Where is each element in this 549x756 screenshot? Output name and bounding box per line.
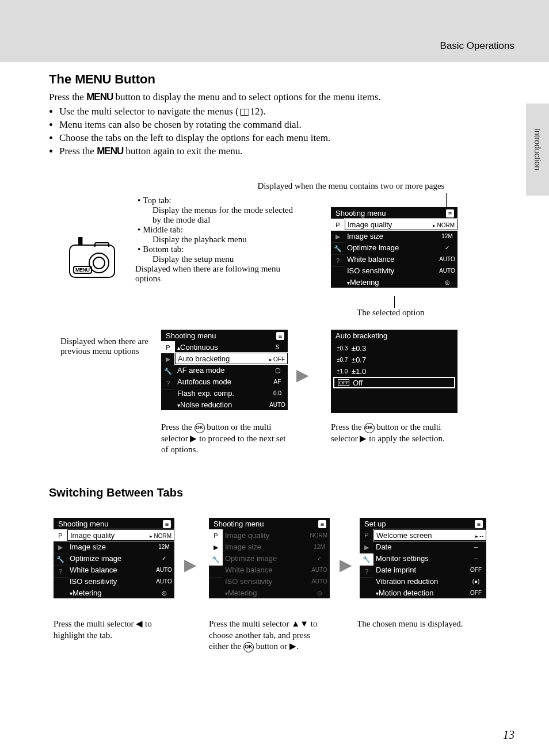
selected-annotation: The selected option [357, 308, 424, 318]
side-tab-label: Introduction [533, 128, 542, 170]
menu-row: Optimize image✓ [345, 242, 458, 253]
tab-icon-help: ? [161, 377, 175, 390]
tab-icon-setup: 🔧 [209, 553, 223, 566]
menu-row: Autofocus modeAF [175, 376, 288, 387]
menu-row: Date-- [373, 541, 486, 552]
menu-row: ▾Noise reductionAUTO [175, 399, 288, 410]
sw1-caption: Press the multi selector ◀ to highlight … [54, 618, 174, 641]
menu-row: Optimize image✓ [67, 552, 174, 564]
menu-row: ▾Metering◎ [223, 587, 330, 598]
page-header: Basic Operations [440, 40, 514, 52]
menu-row: ▾Motion detectionOFF [373, 587, 486, 598]
sw3-caption: The chosen menu is displayed. [357, 618, 478, 630]
scroll-indicator-icon: ≡ [276, 332, 284, 340]
menu-row: Auto bracketing▸OFF [175, 353, 288, 364]
scroll-indicator-icon: ≡ [318, 520, 326, 528]
menu-screen-1: Shooting menu≡ P ▶ 🔧 ? Image quality▸NOR… [331, 207, 458, 288]
ok-button-icon: OK [243, 642, 254, 652]
tab-icon-setup: 🔧 [360, 553, 373, 566]
scroll-indicator-icon: ≡ [446, 209, 454, 217]
previous-annotation: Displayed when there are previous menu o… [60, 337, 158, 356]
menu-row: White balanceAUTO [223, 564, 330, 575]
menu-row: Flash exp. comp.0.0 [175, 387, 288, 399]
tab-icon-p: P [331, 219, 345, 231]
menu-row: Image size12M [67, 541, 174, 552]
tab-descriptions: Top tab: Display the menus for the mode … [135, 196, 302, 284]
tab-icon-p: P [54, 529, 67, 541]
submenu-row: OFFOff [333, 377, 455, 388]
arrow-right-icon: ▶ [184, 555, 197, 574]
menu-row: Monitor settings-- [373, 552, 486, 564]
submenu-screen: Auto bracketing ±0.3±0.3 ±0.7±0.7 ±1.0±1… [331, 330, 458, 413]
menu-row: White balanceAUTO [345, 253, 458, 265]
manual-ref-icon [240, 109, 249, 116]
menu-row: Vibration reduction(●) [373, 575, 486, 587]
menu-row: ISO sensitivityAUTO [345, 265, 458, 276]
sw-screen-2: Shooting menu≡ P ▶ 🔧 Image qualityNORM I… [209, 518, 330, 598]
camera-illustration: ⬇ MENU [69, 245, 127, 278]
tab-icon-playback: ▶ [54, 541, 67, 553]
sw-screen-1: Shooting menu≡ P ▶ 🔧 ? Image quality▸NOR… [54, 518, 174, 598]
submenu-row: ±0.3±0.3 [333, 342, 455, 354]
tab-icon-p: P [161, 341, 175, 353]
arrow-right-icon: ▶ [340, 555, 352, 574]
menu-row: ▾Metering◎ [345, 276, 458, 288]
menu-row: Image qualityNORM [223, 529, 330, 541]
tab-icon-p: P [209, 529, 223, 541]
menu-row: White balanceAUTO [67, 564, 174, 575]
tab-icon-playback: ▶ [360, 541, 373, 553]
tab-icon-setup: 🔧 [331, 243, 345, 255]
menu-row: Image quality▸NORM [345, 219, 458, 230]
tab-icon-p: P [360, 529, 373, 541]
tab-icon-help: ? [331, 255, 345, 267]
screen2-caption: Press the OK button or the multi selecto… [161, 422, 288, 456]
sw2-caption: Press the multi selector ▲▼ to choose an… [209, 618, 330, 652]
side-tab: Introduction [526, 104, 549, 196]
menu-row: ▴ContinuousS [175, 341, 288, 353]
page-title: The MENU Button [49, 72, 514, 87]
page-number: 13 [503, 728, 514, 742]
menu-screen-2: Shooting menu≡ P ▶ 🔧 ? ▴ContinuousS Auto… [161, 330, 288, 410]
scroll-indicator-icon: ≡ [475, 520, 483, 528]
tab-icon-playback: ▶ [331, 231, 345, 243]
bullet-item: Press the MENU button again to exit the … [59, 145, 514, 158]
ok-button-icon: OK [195, 423, 205, 433]
bullet-item: Use the multi selector to navigate the m… [59, 105, 514, 119]
menu-row: ▾Metering◎ [67, 587, 174, 598]
tab-icon-help: ? [360, 566, 373, 578]
tab-icon-playback: ▶ [209, 541, 223, 553]
menu-row: ISO sensitivityAUTO [67, 575, 174, 587]
bullet-list: Use the multi selector to navigate the m… [49, 105, 514, 158]
sw-screen-3: Set up≡ P ▶ 🔧 ? Welcome screen▸-- Date--… [360, 518, 486, 598]
arrow-right-icon: ▶ [296, 365, 309, 384]
pages-annotation: Displayed when the menu contains two or … [204, 181, 498, 191]
intro-text: Press the MENU button to display the men… [49, 91, 514, 103]
bullet-item: Choose the tabs on the left to display t… [59, 132, 514, 145]
menu-row: ISO sensitivityAUTO [223, 575, 330, 587]
menu-row: AF area mode▢ [175, 364, 288, 376]
screen3-caption: Press the OK button or the multi selecto… [331, 422, 458, 444]
tab-icon-setup: 🔧 [54, 553, 67, 566]
menu-row: Image size12M [345, 230, 458, 242]
bullet-item: Menu items can also be chosen by rotatin… [59, 119, 514, 132]
tab-icon-help: ? [54, 566, 67, 578]
following-annotation: Displayed when there are following menu … [135, 264, 302, 284]
menu-row: Image quality▸NORM [67, 529, 174, 541]
scroll-indicator-icon: ≡ [163, 520, 171, 528]
section-heading: Switching Between Tabs [49, 486, 183, 499]
tab-icon-help [209, 566, 223, 578]
menu-row: Welcome screen▸-- [373, 529, 486, 541]
menu-row: Image size12M [223, 541, 330, 552]
ok-button-icon: OK [364, 423, 375, 433]
submenu-row: ±1.0±1.0 [333, 365, 455, 377]
tab-icon-playback: ▶ [161, 353, 175, 365]
submenu-row: ±0.7±0.7 [333, 354, 455, 365]
menu-row: Date imprintOFF [373, 564, 486, 575]
menu-row: Optimize image✓ [223, 552, 330, 564]
tab-icon-setup: 🔧 [161, 365, 175, 377]
